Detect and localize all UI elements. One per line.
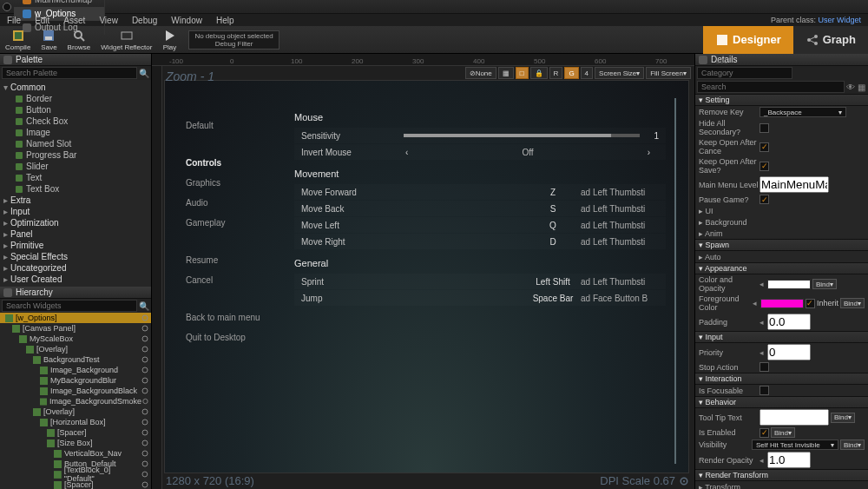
chevron-right-icon[interactable]: › bbox=[648, 148, 650, 157]
options-nav-item[interactable]: Cancel bbox=[186, 270, 284, 290]
hierarchy-row[interactable]: [w_Options] bbox=[0, 313, 151, 323]
alt-binding[interactable]: ad Left Thumbsti bbox=[581, 188, 659, 197]
palette-category[interactable]: ▸User Created bbox=[0, 274, 151, 285]
option-row[interactable]: Invert Mouse‹Off› bbox=[294, 144, 666, 160]
palette-category[interactable]: ▸Uncategorized bbox=[0, 262, 151, 274]
browse-button[interactable]: Browse bbox=[62, 26, 96, 54]
palette-item[interactable]: Button bbox=[0, 104, 151, 116]
alt-binding[interactable]: ad Face Button B bbox=[581, 294, 659, 303]
save-button[interactable]: Save bbox=[36, 26, 62, 54]
details-group[interactable]: ▾ Appearance bbox=[695, 262, 868, 274]
options-nav-item[interactable]: Resume bbox=[186, 250, 284, 270]
hierarchy-row[interactable]: BackgroundTest bbox=[0, 354, 151, 365]
key-binding[interactable]: S bbox=[532, 204, 574, 214]
widget-reflector-button[interactable]: Widget Reflector bbox=[95, 26, 157, 54]
option-row[interactable]: Sensitivity1 bbox=[294, 128, 666, 143]
details-group[interactable]: ▾ Setting bbox=[695, 94, 868, 106]
chevron-left-icon[interactable]: ‹ bbox=[405, 148, 408, 157]
menu-item[interactable]: Asset bbox=[56, 16, 92, 25]
palette-category[interactable]: ▸Primitive bbox=[0, 240, 151, 251]
palette-category[interactable]: ▸Optimization bbox=[0, 217, 151, 228]
options-nav-item[interactable]: Gameplay bbox=[186, 213, 284, 233]
hierarchy-row[interactable]: [Size Box] bbox=[0, 438, 151, 448]
key-binding[interactable]: Q bbox=[532, 221, 574, 230]
option-row[interactable]: Move LeftQad Left Thumbsti bbox=[294, 217, 666, 233]
options-nav-item[interactable]: Audio bbox=[186, 193, 284, 213]
details-search-input[interactable] bbox=[697, 81, 845, 93]
palette-item[interactable]: Slider bbox=[0, 161, 151, 172]
option-row[interactable]: Move RightDad Left Thumbsti bbox=[294, 234, 666, 249]
checkbox[interactable]: ✓ bbox=[760, 162, 769, 171]
text-field[interactable] bbox=[760, 409, 829, 426]
designer-viewport[interactable]: -1000100200300400500600700800 Zoom - 1 ⊘… bbox=[152, 54, 694, 489]
alt-binding[interactable]: ad Left Thumbsti bbox=[581, 237, 659, 247]
alt-binding[interactable]: ad Left Thumbsti bbox=[581, 277, 659, 287]
options-nav-item[interactable]: Back to main menu bbox=[186, 307, 284, 327]
option-row[interactable]: JumpSpace Barad Face Button B bbox=[294, 290, 666, 306]
alt-binding[interactable]: ad Left Thumbsti bbox=[581, 221, 659, 230]
option-row[interactable]: Move BackSad Left Thumbsti bbox=[294, 201, 666, 216]
checkbox[interactable]: ✓ bbox=[760, 428, 769, 438]
num-toggle[interactable]: 4 bbox=[581, 67, 593, 79]
hierarchy-tree[interactable]: [w_Options][Canvas Panel]MyScaleBox[Over… bbox=[0, 313, 151, 489]
option-row[interactable]: SprintLeft Shiftad Left Thumbsti bbox=[294, 274, 666, 289]
screen-size-dropdown[interactable]: Screen Size ▾ bbox=[595, 67, 644, 79]
g-toggle[interactable]: G bbox=[564, 67, 578, 79]
bind-button[interactable]: Bind▾ bbox=[831, 413, 855, 423]
visibility-icon[interactable] bbox=[141, 439, 149, 447]
palette-item[interactable]: Image bbox=[0, 127, 151, 138]
options-nav-item[interactable]: Default bbox=[186, 116, 284, 135]
details-group[interactable]: ▾ Input bbox=[695, 331, 868, 343]
checkbox[interactable]: ✓ bbox=[760, 195, 769, 204]
details-group[interactable]: ▾ Interaction bbox=[695, 373, 868, 385]
bind-button[interactable]: Bind▾ bbox=[771, 427, 795, 438]
slider[interactable] bbox=[404, 134, 640, 137]
play-button[interactable]: Play bbox=[157, 26, 181, 54]
hierarchy-row[interactable]: [Canvas Panel] bbox=[0, 323, 151, 334]
palette-item[interactable]: Text bbox=[0, 172, 151, 183]
visibility-icon[interactable] bbox=[141, 334, 149, 343]
number-field[interactable] bbox=[767, 344, 811, 360]
options-nav-item[interactable]: Quit to Desktop bbox=[186, 327, 284, 347]
visibility-icon[interactable] bbox=[141, 366, 149, 374]
filter-icon[interactable]: 👁 bbox=[846, 82, 855, 92]
grid-toggle[interactable]: ▦ bbox=[498, 67, 514, 79]
visibility-icon[interactable] bbox=[141, 314, 149, 322]
graph-mode-button[interactable]: Graph bbox=[793, 26, 868, 54]
none-button[interactable]: ⊘ None bbox=[465, 67, 496, 79]
expand-row[interactable]: ▸ Background bbox=[699, 218, 747, 227]
matrix-icon[interactable]: ▦ bbox=[858, 82, 866, 92]
visibility-icon[interactable] bbox=[141, 324, 149, 333]
alt-binding[interactable]: ad Left Thumbsti bbox=[581, 204, 659, 214]
editor-tab[interactable]: MainMenuMap bbox=[14, 0, 105, 7]
visibility-icon[interactable] bbox=[141, 470, 149, 479]
key-binding[interactable]: Left Shift bbox=[532, 277, 574, 287]
palette-item[interactable]: Progress Bar bbox=[0, 149, 151, 161]
fill-screen-dropdown[interactable]: Fill Screen ▾ bbox=[646, 67, 691, 79]
palette-item[interactable]: Text Box bbox=[0, 183, 151, 195]
visibility-icon[interactable] bbox=[141, 345, 149, 354]
visibility-icon[interactable] bbox=[141, 428, 149, 437]
text-field[interactable] bbox=[760, 176, 829, 193]
details-group[interactable]: ▾ Behavior bbox=[695, 396, 868, 408]
hierarchy-row[interactable]: MyScaleBox bbox=[0, 334, 151, 344]
hierarchy-row[interactable]: [Horizontal Box] bbox=[0, 417, 151, 427]
expand-row[interactable]: ▸ UI bbox=[699, 207, 713, 215]
dropdown[interactable]: _Backspace▾ bbox=[760, 107, 846, 117]
visibility-icon[interactable] bbox=[141, 407, 149, 416]
key-binding[interactable]: D bbox=[532, 237, 574, 247]
visibility-icon[interactable] bbox=[141, 397, 149, 406]
visibility-icon[interactable] bbox=[141, 480, 149, 489]
hierarchy-row[interactable]: MyBackgroundBlur bbox=[0, 375, 151, 386]
dropdown[interactable]: Self Hit Test Invisible▾ bbox=[752, 439, 838, 450]
number-field[interactable] bbox=[767, 314, 811, 330]
options-nav-item[interactable]: Controls bbox=[186, 153, 284, 173]
menu-item[interactable]: Debug bbox=[125, 16, 164, 25]
hierarchy-row[interactable]: Image_BackgroundSmoke bbox=[0, 396, 151, 406]
hierarchy-row[interactable]: [TextBlock_0] "Default" bbox=[0, 469, 151, 479]
hierarchy-row[interactable]: [Overlay] bbox=[0, 406, 151, 417]
details-group[interactable]: ▾ Render Transform bbox=[695, 469, 868, 481]
palette-search-input[interactable] bbox=[2, 67, 137, 79]
checkbox[interactable] bbox=[760, 362, 769, 372]
visibility-icon[interactable] bbox=[141, 387, 149, 395]
